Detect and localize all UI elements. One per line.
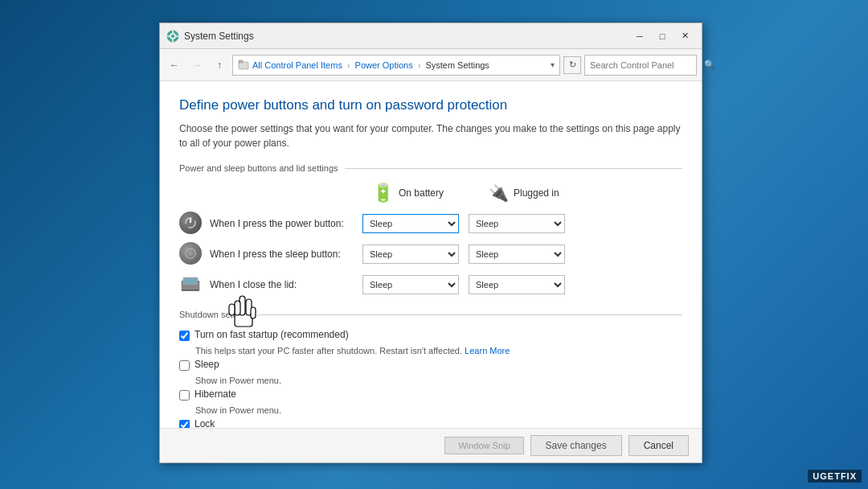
section1-header: Power and sleep buttons and lid settings: [179, 163, 682, 173]
power-button-on-battery-select[interactable]: Sleep Do nothing Hibernate Shut down: [362, 214, 459, 233]
forward-button[interactable]: →: [187, 55, 207, 75]
sleep-menu-sublabel: Show in Power menu.: [195, 376, 682, 385]
section1-divider: [345, 168, 682, 169]
nav-bar: ← → ↑ All Control Panel Items › Power Op…: [160, 49, 702, 81]
breadcrumb-all-control-panel[interactable]: All Control Panel Items: [252, 60, 342, 70]
fast-startup-row: Turn on fast startup (recommended): [179, 329, 682, 341]
battery-icon: 🔋: [372, 183, 394, 203]
power-icon: [179, 212, 202, 234]
power-button-plugged-in-select[interactable]: Sleep Do nothing Hibernate Shut down: [469, 214, 565, 233]
cancel-button[interactable]: Cancel: [628, 435, 689, 456]
fast-startup-sublabel: This helps start your PC faster after sh…: [195, 346, 682, 355]
svg-point-11: [188, 251, 193, 256]
hibernate-menu-row: Hibernate: [179, 388, 682, 401]
plug-icon: 🔌: [489, 183, 509, 203]
fast-startup-checkbox[interactable]: [179, 331, 190, 341]
breadcrumb-power-options[interactable]: Power Options: [355, 60, 413, 70]
address-bar: All Control Panel Items › Power Options …: [232, 55, 560, 76]
search-input[interactable]: [590, 60, 701, 70]
close-button[interactable]: ✕: [674, 27, 695, 45]
content-area: Define power buttons and turn on passwor…: [160, 81, 702, 428]
page-title: Define power buttons and turn on passwor…: [179, 97, 682, 113]
sleep-button-row: When I press the sleep button: Sleep Do …: [179, 242, 682, 266]
hibernate-menu-sublabel: Show in Power menu.: [195, 405, 682, 415]
breadcrumb-current: System Settings: [425, 60, 489, 70]
hibernate-menu-label[interactable]: Hibernate: [194, 388, 236, 400]
title-bar-icon: [166, 30, 179, 43]
lid-icon-container: [179, 273, 203, 297]
lock-row: Lock: [179, 418, 682, 428]
title-bar-title: System Settings: [184, 31, 629, 42]
sleep-button-plugged-in-select[interactable]: Sleep Do nothing Hibernate Shut down: [469, 244, 565, 264]
hibernate-menu-checkbox[interactable]: [179, 390, 190, 401]
page-description: Choose the power settings that you want …: [179, 121, 682, 150]
plugged-in-label: Plugged in: [514, 187, 559, 199]
up-button[interactable]: ↑: [210, 55, 229, 75]
maximize-button[interactable]: □: [652, 27, 673, 45]
shutdown-section: Shutdown settings Turn on fast startup (…: [179, 310, 682, 428]
lid-on-battery-select[interactable]: Sleep Do nothing Hibernate Shut down: [362, 275, 459, 294]
lid-plugged-in-select[interactable]: Sleep Do nothing Hibernate Shut down: [469, 275, 565, 294]
learn-more-link[interactable]: Learn More: [465, 346, 510, 355]
search-icon[interactable]: 🔍: [704, 60, 715, 70]
section1-title: Power and sleep buttons and lid settings: [179, 163, 338, 173]
lid-icon: [179, 273, 202, 295]
sleep-button-icon: [179, 242, 203, 266]
svg-rect-7: [239, 60, 243, 63]
sleep-button-on-battery-select[interactable]: Sleep Do nothing Hibernate Shut down: [362, 244, 459, 264]
sleep-menu-checkbox[interactable]: [179, 360, 190, 371]
address-dropdown-arrow[interactable]: ▾: [551, 60, 555, 69]
save-changes-button[interactable]: Save changes: [530, 435, 622, 456]
fast-startup-label[interactable]: Turn on fast startup (recommended): [194, 329, 349, 340]
svg-rect-14: [184, 278, 197, 284]
sleep-button-label: When I press the sleep button:: [210, 249, 362, 260]
lid-label: When I close the lid:: [210, 279, 362, 290]
column-headers: 🔋 On battery 🔌 Plugged in: [179, 183, 682, 203]
watermark: UGETFIX: [808, 470, 862, 483]
power-sleep-section: Power and sleep buttons and lid settings…: [179, 163, 682, 297]
section2-title: Shutdown settings: [179, 310, 252, 319]
system-settings-window: System Settings ─ □ ✕ ← → ↑ All Control …: [159, 23, 702, 463]
search-box: 🔍: [584, 55, 697, 76]
power-button-label: When I press the power button:: [210, 218, 362, 229]
minimize-button[interactable]: ─: [629, 27, 650, 45]
power-button-icon: [179, 212, 203, 236]
section2-header: Shutdown settings: [179, 310, 682, 319]
title-bar: System Settings ─ □ ✕: [160, 23, 702, 49]
section2-divider: [258, 314, 682, 315]
sleep-menu-label[interactable]: Sleep: [194, 359, 219, 370]
refresh-button[interactable]: ↻: [563, 56, 581, 74]
lid-row: When I close the lid: Sleep Do nothing H…: [179, 273, 682, 297]
sleep-icon: [179, 242, 202, 265]
window-snip-button[interactable]: Window Snip: [444, 437, 523, 454]
footer: Window Snip Save changes Cancel: [160, 428, 702, 462]
on-battery-label: On battery: [399, 187, 444, 199]
lock-label[interactable]: Lock: [194, 418, 215, 428]
sleep-menu-row: Sleep: [179, 359, 682, 371]
power-button-row: When I press the power button: Sleep Do …: [179, 212, 682, 236]
on-battery-header: 🔋 On battery: [372, 183, 489, 203]
address-bar-icon: [238, 60, 249, 71]
back-button[interactable]: ←: [165, 55, 184, 75]
title-bar-controls: ─ □ ✕: [629, 27, 695, 45]
plugged-in-header: 🔌 Plugged in: [489, 183, 605, 203]
lock-checkbox[interactable]: [179, 420, 190, 428]
